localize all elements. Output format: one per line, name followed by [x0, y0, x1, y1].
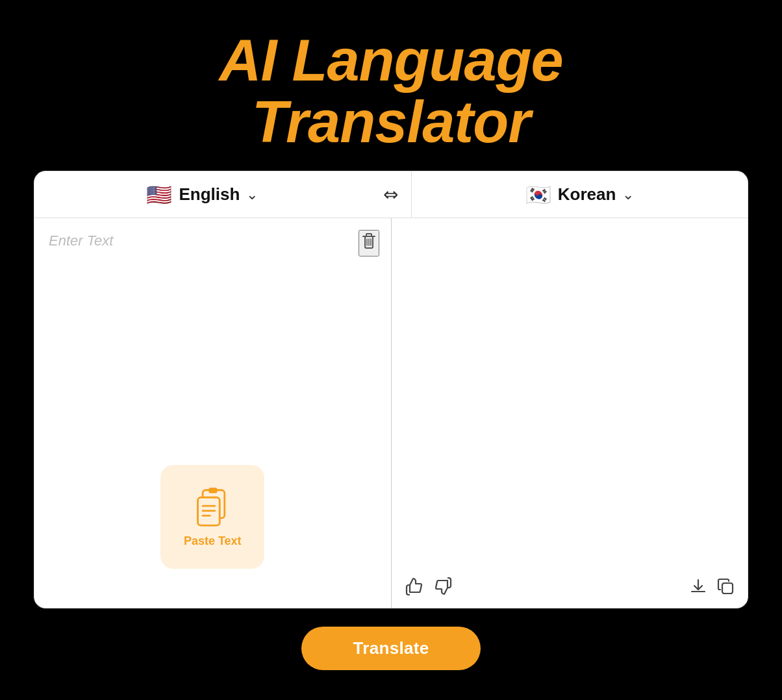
app-container: AI Language Translator 🇺🇸 English ⌄ ⇔ 🇰🇷…	[34, 30, 748, 670]
swap-button[interactable]: ⇔	[370, 184, 411, 205]
paste-icon	[193, 486, 232, 528]
download-icon	[689, 577, 707, 595]
feedback-buttons	[405, 577, 453, 601]
title-line2: Translator	[252, 90, 531, 155]
target-lang-chevron-icon: ⌄	[622, 186, 634, 203]
swap-icon: ⇔	[383, 184, 398, 205]
output-panel	[392, 218, 748, 608]
input-panel: Enter Text	[34, 218, 392, 608]
target-lang-flag: 🇰🇷	[525, 184, 551, 205]
svg-rect-2	[366, 234, 372, 236]
target-language-selector[interactable]: 🇰🇷 Korean ⌄	[412, 184, 748, 205]
source-language-selector[interactable]: 🇺🇸 English ⌄	[34, 184, 370, 205]
svg-rect-7	[209, 488, 218, 493]
action-buttons	[689, 577, 735, 600]
paste-area: Paste Text	[34, 426, 391, 608]
paste-text-button[interactable]: Paste Text	[160, 465, 264, 569]
source-lang-chevron-icon: ⌄	[246, 186, 258, 203]
input-area: Enter Text	[34, 218, 391, 426]
target-lang-name: Korean	[558, 184, 616, 205]
clear-button[interactable]	[359, 230, 379, 256]
output-footer	[392, 569, 748, 608]
svg-rect-12	[722, 583, 733, 594]
text-input[interactable]	[46, 231, 379, 413]
translator-body: Enter Text	[34, 218, 748, 608]
thumbs-down-button[interactable]	[433, 577, 453, 601]
translate-button[interactable]: Translate	[301, 627, 481, 670]
source-lang-name: English	[179, 184, 240, 205]
source-lang-flag: 🇺🇸	[146, 184, 172, 205]
thumbs-down-icon	[433, 577, 453, 596]
app-title: AI Language Translator	[219, 30, 562, 153]
thumbs-up-icon	[405, 577, 424, 596]
output-area	[392, 218, 748, 569]
thumbs-up-button[interactable]	[405, 577, 424, 601]
paste-label: Paste Text	[184, 534, 242, 548]
copy-button[interactable]	[716, 577, 735, 600]
copy-icon	[716, 577, 735, 595]
trash-icon	[360, 231, 378, 251]
download-button[interactable]	[689, 577, 707, 600]
translator-card: 🇺🇸 English ⌄ ⇔ 🇰🇷 Korean ⌄ Ente	[34, 171, 748, 608]
title-line1: AI Language	[219, 28, 562, 93]
translator-header: 🇺🇸 English ⌄ ⇔ 🇰🇷 Korean ⌄	[34, 171, 748, 218]
